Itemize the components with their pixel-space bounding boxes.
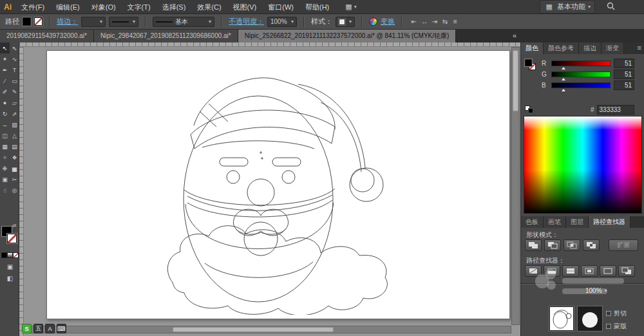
distribute-icon[interactable]: ⇆ xyxy=(440,17,450,27)
tool-selection[interactable]: ↖ xyxy=(0,42,10,53)
minus-back-button[interactable] xyxy=(618,265,635,277)
tool-perspective-grid[interactable]: △ xyxy=(10,130,19,141)
ime-mode-icon[interactable]: 五 xyxy=(33,324,43,333)
none-mode-button[interactable] xyxy=(13,252,19,258)
exclude-button[interactable] xyxy=(583,239,600,251)
ime-logo-icon[interactable]: S xyxy=(22,324,32,333)
menu-item-window[interactable]: 窗口(W) xyxy=(262,0,299,14)
canvas-area[interactable]: S五A⌨ xyxy=(19,42,520,336)
crop-button[interactable] xyxy=(581,265,598,277)
menu-item-effect[interactable]: 效果(C) xyxy=(191,0,227,14)
slider-marker-icon[interactable] xyxy=(562,89,565,91)
style-select[interactable]: ▾ xyxy=(336,17,355,27)
search-icon[interactable] xyxy=(607,2,615,12)
transparency-opacity-control[interactable]: 100% ▾ xyxy=(585,287,607,294)
color-panel-tabs-1[interactable]: 颜色参考 xyxy=(544,42,579,54)
menu-item-object[interactable]: 对象(O) xyxy=(86,0,122,14)
menu-item-file[interactable]: 文件(F) xyxy=(15,0,50,14)
brush-definition-select[interactable]: 基本 ▾ xyxy=(153,17,214,27)
bottom-panel-tabs-1[interactable]: 画笔 xyxy=(544,216,566,228)
outline-button[interactable] xyxy=(600,265,616,277)
vertical-scrollbar[interactable] xyxy=(511,47,520,325)
channel-slider-B[interactable] xyxy=(551,82,611,88)
channel-value-R[interactable]: 51 xyxy=(614,59,634,68)
horizontal-scrollbar[interactable] xyxy=(24,326,511,333)
hex-input[interactable]: 333333 xyxy=(597,105,634,115)
menu-item-type[interactable]: 文字(T) xyxy=(122,0,156,14)
tool-width[interactable]: ↔ xyxy=(0,119,10,130)
color-spectrum[interactable] xyxy=(524,116,642,214)
artboard[interactable] xyxy=(46,50,510,319)
mask-thumbnail[interactable] xyxy=(578,306,602,331)
merge-button[interactable] xyxy=(562,265,579,277)
divide-button[interactable] xyxy=(525,265,542,277)
menu-item-edit[interactable]: 编辑(E) xyxy=(50,0,86,14)
tool-symbol-sprayer[interactable]: ❉ xyxy=(0,163,10,174)
workspace-switcher[interactable]: ▦ 基本功能 ▾ xyxy=(540,0,595,14)
tool-magic-wand[interactable]: ✦ xyxy=(0,53,10,64)
fill-color-swatch[interactable] xyxy=(23,17,31,26)
tool-direct-selection[interactable]: ⇖ xyxy=(10,42,19,53)
transform-link[interactable]: 变换 xyxy=(381,17,395,26)
collapse-dock-button[interactable]: « xyxy=(510,32,519,39)
document-tab-0[interactable]: 20190829115439732000.ai* xyxy=(0,30,94,42)
tool-mesh[interactable]: ▦ xyxy=(0,141,10,152)
tool-eraser[interactable]: ▱ xyxy=(10,97,19,108)
document-tab-2[interactable]: Nipic_25266822_20191211132237572000.ai* … xyxy=(238,30,457,42)
color-panel-tabs-2[interactable]: 描边 xyxy=(579,42,601,54)
align-horizontal-right-icon[interactable]: ⇥ xyxy=(430,17,440,27)
color-panel-tabs-3[interactable]: 渐变 xyxy=(601,42,624,54)
screen-mode-icon[interactable]: ◧ xyxy=(5,273,15,284)
control-panel-menu-icon[interactable]: ≡ xyxy=(450,17,460,27)
color-mode-button[interactable] xyxy=(1,252,7,258)
tool-zoom[interactable]: ◎ xyxy=(10,185,19,196)
drawing-mode-icon[interactable]: ▣ xyxy=(5,261,15,272)
gradient-mode-button[interactable] xyxy=(7,252,13,258)
tool-line-segment[interactable]: ∕ xyxy=(0,75,10,86)
slider-marker-icon[interactable] xyxy=(562,67,565,70)
panel-menu-icon[interactable]: ≡ xyxy=(638,44,641,51)
horizontal-scrollbar-thumb[interactable] xyxy=(173,327,334,332)
ime-lang-icon[interactable]: A xyxy=(45,324,55,333)
tool-hand[interactable]: ☝ xyxy=(0,185,10,196)
tool-gradient[interactable]: ▤ xyxy=(10,141,19,152)
align-horizontal-center-icon[interactable]: ↔ xyxy=(419,17,430,27)
menu-item-select[interactable]: 选择(S) xyxy=(156,0,192,14)
tool-shape-builder[interactable]: ◫ xyxy=(0,130,10,141)
stroke-color-indicator[interactable] xyxy=(7,234,17,243)
arrange-documents-caret-icon[interactable]: ▾ xyxy=(354,5,357,10)
tool-rectangle[interactable]: ▭ xyxy=(10,75,19,86)
document-tab-1[interactable]: Nipic_29842067_20190825112309686000.ai* xyxy=(94,30,238,42)
swap-fill-stroke-icon[interactable]: ⇄ xyxy=(12,223,17,229)
recolor-artwork-icon[interactable] xyxy=(369,17,377,26)
vertical-scrollbar-thumb[interactable] xyxy=(513,50,518,111)
color-panel-tabs-0[interactable]: 颜色 xyxy=(521,42,544,54)
stroke-link[interactable]: 描边： xyxy=(57,17,78,26)
unite-button[interactable] xyxy=(525,239,542,251)
tool-eyedropper[interactable]: ✧ xyxy=(0,152,10,163)
slider-marker-icon[interactable] xyxy=(562,78,565,80)
opacity-select[interactable]: 100% ▾ xyxy=(267,17,297,27)
bottom-panel-tabs-3[interactable]: 路径查找器 xyxy=(589,216,630,228)
tool-rotate[interactable]: ↻ xyxy=(0,108,10,119)
tool-blend[interactable]: ❖ xyxy=(10,152,19,163)
black-swatch[interactable] xyxy=(528,108,533,113)
ime-keyboard-icon[interactable]: ⌨ xyxy=(57,324,66,333)
bottom-panel-tabs-2[interactable]: 图层 xyxy=(566,216,589,228)
object-thumbnail[interactable] xyxy=(549,306,574,331)
trim-button[interactable] xyxy=(544,265,560,277)
clip-checkbox[interactable]: 剪切 xyxy=(606,309,627,318)
channel-slider-R[interactable] xyxy=(551,61,611,66)
expand-button[interactable]: 扩展 xyxy=(609,239,638,251)
align-horizontal-left-icon[interactable]: ⇤ xyxy=(409,17,419,27)
tool-lasso[interactable]: ∿ xyxy=(10,53,19,64)
mask-checkbox[interactable]: 蒙版 xyxy=(606,322,627,331)
opacity-link[interactable]: 不透明度： xyxy=(229,17,264,26)
stroke-color-swatch[interactable] xyxy=(34,17,43,26)
intersect-button[interactable] xyxy=(564,239,580,251)
arrange-documents-icon[interactable]: ▦ xyxy=(345,3,352,11)
menu-item-view[interactable]: 视图(V) xyxy=(227,0,263,14)
tool-free-transform[interactable]: ▧ xyxy=(10,119,19,130)
bottom-panel-tabs-0[interactable]: 色板 xyxy=(521,216,544,228)
channel-value-B[interactable]: 51 xyxy=(614,80,634,90)
